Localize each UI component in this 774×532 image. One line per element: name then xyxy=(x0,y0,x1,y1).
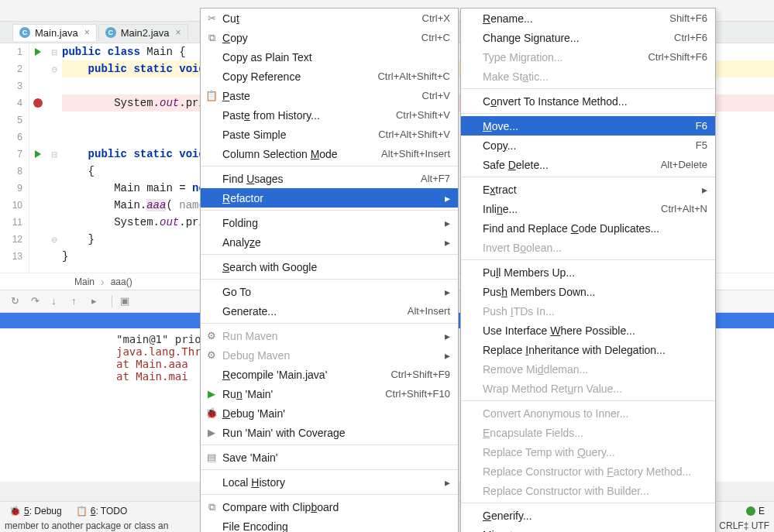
menu-item-label: Generate... xyxy=(222,305,408,317)
menu-item[interactable]: Convert To Instance Method... xyxy=(461,91,715,111)
menu-item-label: Copy as Plain Text xyxy=(222,51,450,63)
menu-item[interactable]: Search with Google xyxy=(201,257,458,276)
menu-item[interactable]: Copy...F5 xyxy=(461,136,715,155)
submenu-arrow-icon: ▸ xyxy=(445,330,450,342)
menu-item-shortcut: Ctrl+Shift+F10 xyxy=(385,388,450,400)
menu-item[interactable]: Move...F6 xyxy=(461,116,715,136)
menu-item[interactable]: Replace Inheritance with Delegation... xyxy=(461,340,715,359)
menu-item[interactable]: Inline...Ctrl+Alt+N xyxy=(461,199,715,218)
line-number: 6 xyxy=(0,129,22,146)
menu-item-label: Copy xyxy=(222,32,421,44)
menu-item-label: Wrap Method Return Value... xyxy=(483,383,707,395)
menu-item: ⚙Debug Maven▸ xyxy=(201,345,458,365)
menu-item-label: Convert Anonymous to Inner... xyxy=(483,407,707,420)
menu-item[interactable]: Pull Members Up... xyxy=(461,263,715,282)
menu-item-label: Analyze xyxy=(222,236,450,249)
submenu-arrow-icon: ▸ xyxy=(445,286,450,298)
menu-item[interactable]: ⧉Compare with Clipboard xyxy=(201,497,458,517)
menu-item-label: Replace Constructor with Factory Method.… xyxy=(483,465,707,478)
menu-item[interactable]: Copy ReferenceCtrl+Alt+Shift+C xyxy=(201,67,458,86)
menu-item-label: Rename... xyxy=(483,12,669,25)
menu-item[interactable]: Paste from History...Ctrl+Shift+V xyxy=(201,105,458,125)
menu-item-shortcut: Ctrl+Shift+F9 xyxy=(390,369,450,380)
menu-item[interactable]: 📋PasteCtrl+V xyxy=(201,86,458,105)
toolwin-debug[interactable]: 🐞 5: Debug xyxy=(9,506,62,517)
submenu-arrow-icon: ▸ xyxy=(445,476,450,489)
line-number-gutter: 1 2 3 4 5 6 7 8 9 10 11 12 13 xyxy=(0,43,29,273)
menu-item-shortcut: Ctrl+Alt+Shift+V xyxy=(378,129,450,140)
menu-item[interactable]: Generate...Alt+Insert xyxy=(201,301,458,321)
menu-item-label: Use Interface Where Possible... xyxy=(483,324,707,337)
menu-item[interactable]: Analyze▸ xyxy=(201,232,458,252)
breadcrumb-method[interactable]: aaa() xyxy=(111,276,132,287)
menu-item[interactable]: Push Members Down... xyxy=(461,282,715,301)
event-log-badge[interactable]: E xyxy=(746,506,765,517)
menu-item-shortcut: Ctrl+Alt+Shift+C xyxy=(377,70,450,82)
menu-item[interactable]: Use Interface Where Possible... xyxy=(461,321,715,340)
menu-item[interactable]: Find UsagesAlt+F7 xyxy=(201,169,458,188)
menu-item[interactable]: Column Selection ModeAlt+Shift+Insert xyxy=(201,144,458,163)
encoding-indicator[interactable]: CRLF‡ UTF xyxy=(719,520,769,531)
line-number: 12 xyxy=(0,231,22,248)
toolwin-todo[interactable]: 📋 6: TODO xyxy=(76,506,128,517)
menu-item-label: Replace Inheritance with Delegation... xyxy=(483,344,707,356)
menu-item: Encapsulate Fields... xyxy=(461,423,715,442)
menu-item-label: Replace Temp with Query... xyxy=(483,446,707,458)
rerun-icon[interactable]: ↻ xyxy=(11,295,23,307)
breadcrumb-class[interactable]: Main xyxy=(74,276,95,287)
run-gutter-icon[interactable] xyxy=(35,48,41,56)
run-gutter-icon[interactable] xyxy=(35,150,41,158)
menu-item-label: Cut xyxy=(222,12,422,25)
context-menu-refactor[interactable]: Rename...Shift+F6Change Signature...Ctrl… xyxy=(460,8,716,532)
menu-item[interactable]: Generify... xyxy=(461,506,715,525)
close-icon[interactable]: × xyxy=(176,27,181,38)
line-number: 2 xyxy=(0,60,22,77)
menu-item-shortcut: Shift+F6 xyxy=(669,12,707,24)
step-into-icon[interactable]: ↓ xyxy=(51,295,64,307)
menu-item[interactable]: 🐞Debug 'Main' xyxy=(201,403,458,423)
submenu-arrow-icon: ▸ xyxy=(445,217,450,229)
menu-item[interactable]: Go To▸ xyxy=(201,282,458,301)
run-to-cursor-icon[interactable]: ▸ xyxy=(91,295,104,307)
menu-item[interactable]: Folding▸ xyxy=(201,213,458,232)
menu-item[interactable]: File Encoding xyxy=(201,517,458,532)
breakpoint-icon[interactable] xyxy=(33,98,43,108)
menu-item-shortcut: Ctrl+V xyxy=(422,90,450,101)
menu-item[interactable]: Paste SimpleCtrl+Alt+Shift+V xyxy=(201,125,458,144)
menu-item[interactable]: ▶Run 'Main' with Coverage xyxy=(201,423,458,442)
step-out-icon[interactable]: ↑ xyxy=(71,295,84,307)
menu-item-label: Copy... xyxy=(483,139,696,152)
menu-item[interactable]: Rename...Shift+F6 xyxy=(461,9,715,28)
close-icon[interactable]: × xyxy=(84,27,90,38)
menu-item[interactable]: Safe Delete...Alt+Delete xyxy=(461,155,715,174)
coverage-icon: ▶ xyxy=(205,427,218,439)
menu-item-label: Save 'Main' xyxy=(222,451,450,464)
menu-item[interactable]: Refactor▸ xyxy=(201,188,458,208)
step-over-icon[interactable]: ↷ xyxy=(31,295,43,307)
menu-item[interactable]: ▤Save 'Main' xyxy=(201,448,458,467)
menu-item-label: Debug 'Main' xyxy=(222,407,450,420)
menu-item[interactable]: Extract▸ xyxy=(461,180,715,199)
menu-item[interactable]: ✂CutCtrl+X xyxy=(201,9,458,28)
menu-item: Convert Anonymous to Inner... xyxy=(461,403,715,423)
evaluate-icon[interactable]: ▣ xyxy=(120,295,132,307)
save-icon: ▤ xyxy=(205,451,218,464)
menu-item[interactable]: Local History▸ xyxy=(201,472,458,492)
editor-tab-main2[interactable]: C Main2.java × xyxy=(98,24,188,41)
menu-item[interactable]: Change Signature...Ctrl+F6 xyxy=(461,28,715,47)
menu-item: Push ITDs In... xyxy=(461,301,715,321)
menu-item[interactable]: Recompile 'Main.java'Ctrl+Shift+F9 xyxy=(201,365,458,384)
menu-item-shortcut: Alt+F7 xyxy=(421,173,450,184)
menu-item[interactable]: ⧉CopyCtrl+C xyxy=(201,28,458,47)
menu-item[interactable]: Find and Replace Code Duplicates... xyxy=(461,218,715,238)
tab-label: Main2.java xyxy=(121,27,170,39)
menu-item[interactable]: Migrate... xyxy=(461,525,715,532)
context-menu-editor[interactable]: ✂CutCtrl+X⧉CopyCtrl+CCopy as Plain TextC… xyxy=(200,8,459,532)
menu-item[interactable]: ▶Run 'Main'Ctrl+Shift+F10 xyxy=(201,384,458,403)
gutter-markers xyxy=(29,43,46,273)
line-number: 7 xyxy=(0,146,22,163)
menu-item-shortcut: F6 xyxy=(696,120,707,132)
editor-tab-main[interactable]: C Main.java × xyxy=(12,24,97,41)
menu-item-shortcut: Ctrl+X xyxy=(422,12,450,24)
menu-item[interactable]: Copy as Plain Text xyxy=(201,47,458,67)
